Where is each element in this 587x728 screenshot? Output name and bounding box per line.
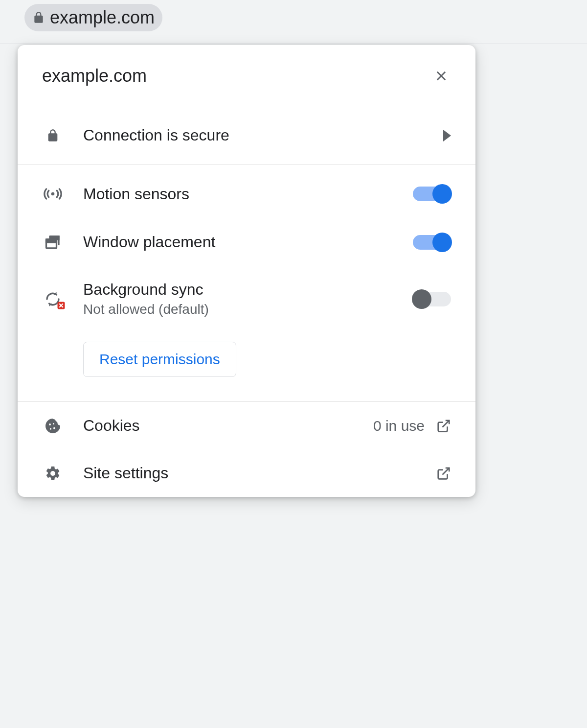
svg-rect-5 xyxy=(50,236,59,239)
external-link-icon xyxy=(436,419,451,433)
toggle-window-placement[interactable] xyxy=(413,235,451,250)
lock-icon xyxy=(46,127,60,144)
blocked-badge-icon xyxy=(57,301,66,310)
cookies-status: 0 in use xyxy=(373,418,425,434)
permission-sublabel: Not allowed (default) xyxy=(83,302,413,317)
permission-row-motion-sensors: Motion sensors xyxy=(18,169,475,218)
permission-row-background-sync: Background sync Not allowed (default) xyxy=(18,266,475,332)
address-bar[interactable]: example.com xyxy=(24,4,162,31)
close-button[interactable] xyxy=(431,66,451,86)
external-link-icon xyxy=(436,466,451,481)
toggle-background-sync[interactable] xyxy=(413,292,451,306)
connection-row[interactable]: Connection is secure xyxy=(18,107,475,164)
site-settings-label: Site settings xyxy=(83,464,436,482)
svg-line-13 xyxy=(443,420,450,427)
site-settings-row[interactable]: Site settings xyxy=(18,449,475,497)
site-info-popup: example.com Connection is secure xyxy=(18,45,475,497)
lock-icon xyxy=(32,10,45,25)
close-icon xyxy=(434,69,448,83)
permission-row-window-placement: Window placement xyxy=(18,218,475,266)
svg-point-10 xyxy=(53,427,55,429)
permission-label: Motion sensors xyxy=(83,185,413,203)
permission-label: Window placement xyxy=(83,233,413,251)
cookie-icon xyxy=(44,417,62,435)
cookies-row[interactable]: Cookies 0 in use xyxy=(18,402,475,449)
chevron-right-icon xyxy=(443,130,451,141)
popup-title: example.com xyxy=(42,66,147,86)
motion-sensors-icon xyxy=(43,184,63,204)
svg-point-12 xyxy=(53,423,54,424)
gear-icon xyxy=(45,465,61,482)
permission-label: Background sync xyxy=(83,281,413,299)
connection-label: Connection is secure xyxy=(83,126,443,144)
cookies-label: Cookies xyxy=(83,417,373,435)
reset-permissions-button[interactable]: Reset permissions xyxy=(83,342,236,377)
svg-line-14 xyxy=(443,468,450,474)
toggle-motion-sensors[interactable] xyxy=(413,187,451,201)
address-url: example.com xyxy=(50,7,155,28)
svg-point-11 xyxy=(50,428,51,429)
svg-point-9 xyxy=(49,423,51,425)
svg-point-2 xyxy=(51,192,55,196)
window-placement-icon xyxy=(44,234,62,251)
